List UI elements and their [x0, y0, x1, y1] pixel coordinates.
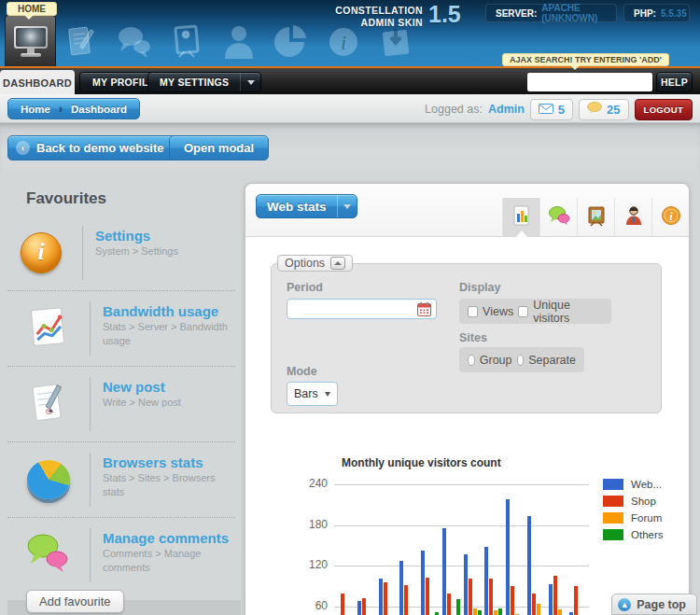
views-checkbox-label[interactable]: Views — [483, 305, 513, 318]
panel-header: Web stats — [245, 184, 689, 237]
mode-select[interactable]: Bars — [287, 382, 338, 406]
comments-icon — [25, 533, 72, 578]
views-checkbox[interactable] — [468, 306, 478, 317]
comments-icon[interactable] — [114, 22, 155, 62]
chevron-up-icon — [334, 261, 342, 265]
svg-text:i: i — [341, 33, 346, 53]
chart-title: Monthly unique visitors count — [342, 456, 501, 469]
separate-radio-label[interactable]: Separate — [528, 354, 576, 367]
y-tick-label: 120 — [297, 558, 328, 571]
logout-button[interactable]: LOGOUT — [635, 99, 693, 120]
group-radio[interactable] — [468, 355, 475, 366]
tab-users[interactable] — [614, 198, 651, 237]
chevron-down-icon — [343, 204, 351, 209]
add-favourite-button[interactable]: Add favourite — [26, 590, 124, 613]
chart-bar — [362, 598, 366, 615]
group-radio-label[interactable]: Group — [480, 354, 512, 367]
unique-visitors-checkbox-label[interactable]: Unique visitors — [533, 299, 603, 325]
favourite-item-bandwidth[interactable]: Bandwidth usage Stats > Server > Bandwid… — [7, 290, 235, 366]
brand-title: CONSTELLATION ADMIN SKIN — [335, 5, 423, 28]
tab-dashboard[interactable]: DASHBOARD — [0, 70, 75, 96]
favourite-item-browsers-stats[interactable]: Browsers stats Stats > Sites > Browsers … — [7, 441, 235, 517]
tab-my-settings[interactable]: MY SETTINGS — [147, 72, 261, 92]
back-arrow-icon: ‹ — [16, 141, 30, 155]
mail-count: 5 — [558, 103, 565, 117]
chart-bar — [357, 601, 361, 615]
search-input[interactable] — [527, 73, 652, 91]
collapse-options-button[interactable] — [330, 257, 345, 270]
favourites-title: Favourites — [26, 189, 106, 208]
sites-label: Sites — [459, 331, 487, 344]
legend-label: Others — [623, 529, 664, 540]
y-tick-label: 180 — [297, 518, 328, 531]
chart-bar — [537, 604, 540, 615]
webstats-title-button[interactable]: Web stats — [256, 194, 357, 218]
display-group: Views Unique visitors — [459, 299, 611, 324]
chart-bar — [484, 547, 488, 615]
write-icon[interactable] — [62, 22, 103, 62]
media-icon[interactable] — [166, 22, 207, 62]
gridline — [334, 525, 589, 526]
page-top-button[interactable]: ▲ Page top — [611, 594, 697, 615]
breadcrumb-current[interactable]: Dashboard — [63, 104, 135, 115]
users-icon[interactable] — [218, 22, 259, 62]
legend-label: Web... — [623, 479, 662, 490]
open-modal-button[interactable]: Open modal — [169, 135, 269, 161]
breadcrumb-home[interactable]: Home — [12, 104, 59, 115]
comments-badge[interactable]: 25 — [579, 99, 628, 120]
logged-user[interactable]: Admin — [488, 103, 525, 116]
help-button[interactable]: HELP — [656, 72, 693, 92]
comments-icon — [548, 205, 570, 230]
separate-radio[interactable] — [517, 355, 525, 366]
settings-dropdown-button[interactable] — [240, 73, 260, 91]
display-label: Display — [459, 281, 500, 294]
chart-bar — [498, 608, 502, 615]
legend-swatch — [603, 512, 623, 524]
info-icon[interactable]: i — [323, 22, 364, 62]
server-status: SERVER: APACHE (UNKNOWN) — [485, 4, 617, 22]
chart-bar — [511, 586, 514, 615]
y-tick-label: 60 — [297, 599, 328, 612]
chart-bar — [469, 579, 472, 615]
chart-bar — [558, 609, 562, 615]
stats-icon[interactable] — [271, 22, 312, 62]
breadcrumb: Home › Dashboard — [7, 98, 140, 119]
favourite-item-manage-comments[interactable]: Manage comments Comments > Manage commen… — [7, 517, 235, 593]
chart-bar — [506, 499, 510, 615]
tab-media[interactable] — [577, 198, 614, 237]
period-input[interactable] — [291, 301, 413, 317]
chart-bar — [532, 594, 536, 615]
mode-label: Mode — [287, 365, 317, 378]
line-chart-icon — [27, 305, 70, 352]
webstats-dropdown-button[interactable] — [337, 195, 357, 217]
speech-bubble-icon — [587, 101, 602, 118]
search-tooltip: AJAX SEARCH! TRY ENTERING 'ADD' — [502, 53, 669, 66]
legend-label: Shop — [623, 496, 656, 507]
mail-badge[interactable]: 5 — [530, 99, 573, 120]
unique-visitors-checkbox[interactable] — [518, 306, 528, 317]
chart-bar — [553, 576, 557, 615]
tab-comments[interactable] — [539, 198, 577, 237]
write-note-icon — [27, 381, 70, 427]
archive-icon[interactable] — [375, 22, 416, 62]
home-nav-button[interactable] — [5, 15, 56, 66]
tab-info[interactable]: i — [651, 198, 689, 237]
period-field — [287, 299, 437, 319]
sites-group: Group Separate — [459, 347, 584, 372]
main-tabbar: DASHBOARD MY PROFILE MY SETTINGS HELP — [0, 66, 700, 94]
chart-bar — [426, 578, 429, 615]
breadcrumb-bar: Home › Dashboard Logged as: Admin 5 25 L… — [0, 94, 700, 123]
comments-count: 25 — [607, 103, 620, 117]
chart-bar — [478, 610, 482, 615]
options-box: Options Period Display Views Unique visi… — [271, 263, 662, 413]
logged-as-label: Logged as: — [425, 103, 483, 116]
legend-item: Others — [603, 529, 664, 540]
calendar-icon[interactable] — [417, 302, 431, 320]
chart-bar — [549, 584, 553, 615]
back-to-demo-button[interactable]: ‹ Back to demo website — [7, 135, 178, 161]
pie-chart-icon — [27, 460, 70, 499]
favourite-item-new-post[interactable]: New post Write > New post — [7, 366, 235, 441]
tab-stats[interactable] — [502, 198, 539, 237]
action-toolbar: ‹ Back to demo website Open modal — [0, 123, 700, 171]
favourite-item-settings[interactable]: i Settings System > Settings — [0, 216, 235, 290]
